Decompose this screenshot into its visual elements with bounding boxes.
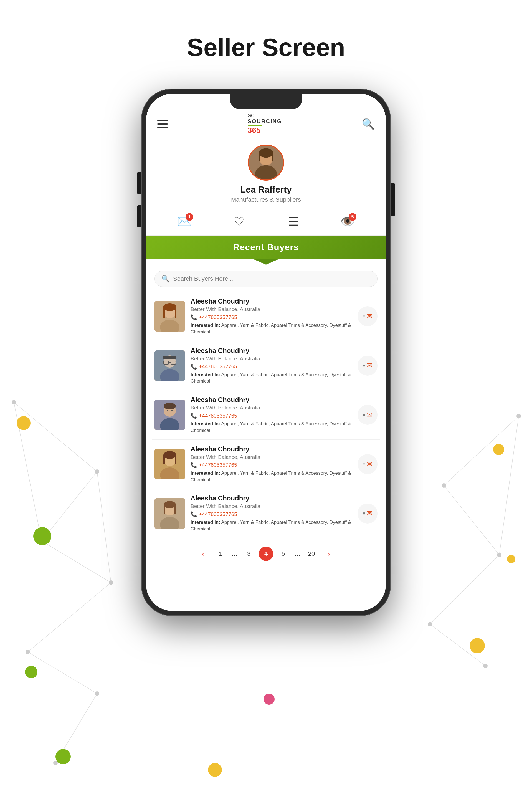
screen-content: GO SOURCING 365 🔍 [146,94,386,611]
message-button[interactable]: ≡ ✉ [358,454,378,474]
svg-line-0 [14,402,97,472]
profile-section: Lea Rafferty Manufactures & Suppliers [146,139,386,208]
buyer-name: Aleesha Choudhry [191,494,352,502]
svg-rect-62 [174,505,176,514]
recent-buyers-banner: Recent Buyers [146,235,386,259]
search-button[interactable]: 🔍 [362,118,375,130]
buyer-item: Aleesha Choudhry Better With Balance, Au… [152,341,380,391]
decorative-dot [25,666,37,678]
svg-line-8 [444,416,519,486]
decorative-dot [493,444,504,455]
svg-point-16 [109,581,113,585]
svg-rect-61 [164,505,165,514]
page-3-button[interactable]: 3 [242,547,256,561]
decorative-dot [208,763,222,777]
buyer-name: Aleesha Choudhry [191,396,352,404]
page-1-button[interactable]: 1 [213,547,228,561]
svg-point-18 [95,691,99,696]
heart-icon-button[interactable]: ♡ [228,213,250,230]
svg-line-1 [42,472,97,541]
buyer-name: Aleesha Choudhry [191,445,352,453]
message-button[interactable]: ≡ ✉ [358,356,378,376]
buyer-interests: Interested In: Apparel, Yarn & Fabric, A… [191,519,352,532]
view-badge: 5 [349,213,357,221]
svg-line-2 [42,541,111,583]
buyer-item: Aleesha Choudhry Better With Balance, Au… [152,489,380,538]
buyer-interests: Interested In: Apparel, Yarn & Fabric, A… [191,421,352,434]
svg-rect-41 [163,356,176,359]
svg-line-12 [499,416,519,555]
search-input[interactable] [173,275,370,282]
buyer-info: Aleesha Choudhry Better With Balance, Au… [191,396,352,434]
svg-point-48 [164,403,176,410]
list-icon-button[interactable]: ☰ [282,213,304,230]
svg-rect-31 [272,153,273,160]
svg-point-35 [163,303,176,311]
app-logo: GO SOURCING 365 [248,113,282,135]
menu-button[interactable] [157,120,168,128]
svg-point-29 [259,148,273,157]
message-button[interactable]: ≡ ✉ [358,503,378,524]
next-page-button[interactable]: › [322,547,336,561]
svg-point-21 [441,483,446,488]
notch [230,94,302,109]
buyer-company: Better With Balance, Australia [191,356,352,362]
decorative-dot [17,416,31,430]
svg-point-24 [483,664,488,668]
buyer-avatar [154,400,185,430]
page-20-button[interactable]: 20 [304,547,319,561]
decorative-dot [264,693,274,705]
pagination: ‹ 1 … 3 4 5 … 20 › [146,538,386,569]
volume-button [137,172,140,194]
svg-rect-55 [164,455,165,464]
buyer-company: Better With Balance, Australia [191,306,352,312]
buyer-avatar [154,350,185,381]
buyer-phone: 📞 +447805357765 [191,314,352,320]
buyer-info: Aleesha Choudhry Better With Balance, Au… [191,445,352,483]
svg-point-49 [167,410,168,412]
svg-point-22 [497,553,501,557]
buyer-company: Better With Balance, Australia [191,405,352,411]
buyer-company: Better With Balance, Australia [191,454,352,460]
recent-buyers-title: Recent Buyers [146,242,386,252]
buyer-phone: 📞 +447805357765 [191,511,352,517]
page-4-button[interactable]: 4 [259,547,273,561]
svg-line-10 [430,555,499,624]
mail-icon-button[interactable]: ✉️ 1 [173,213,195,230]
message-button[interactable]: ≡ ✉ [358,405,378,425]
decorative-dot [507,555,515,563]
view-icon-button[interactable]: 👁️ 5 [337,213,359,230]
svg-point-50 [171,410,173,412]
search-bar-icon: 🔍 [162,275,170,283]
svg-point-13 [12,400,16,404]
buyer-avatar [154,449,185,479]
ellipsis: … [293,550,302,557]
buyer-item: Aleesha Choudhry Better With Balance, Au… [152,440,380,489]
buyer-interests: Interested In: Apparel, Yarn & Fabric, A… [191,372,352,385]
heart-icon: ♡ [233,214,244,229]
svg-point-17 [25,650,30,654]
svg-rect-56 [175,455,176,464]
buyer-interests: Interested In: Apparel, Yarn & Fabric, A… [191,470,352,483]
buyer-avatar [154,498,185,529]
buyer-list: Aleesha Choudhry Better With Balance, Au… [146,292,386,538]
svg-line-3 [28,583,111,652]
prev-page-button[interactable]: ‹ [196,547,210,561]
buyer-phone: 📞 +447805357765 [191,363,352,370]
mail-badge: 1 [186,213,193,221]
decorative-dot [33,527,51,545]
list-icon: ☰ [288,214,299,229]
phone-body: GO SOURCING 365 🔍 [141,89,391,616]
buyer-phone: 📞 +447805357765 [191,462,352,468]
page-5-button[interactable]: 5 [276,547,290,561]
decorative-dot [56,749,71,764]
buyer-info: Aleesha Choudhry Better With Balance, Au… [191,494,352,532]
buyer-company: Better With Balance, Australia [191,503,352,509]
ellipsis: … [230,550,239,557]
search-bar[interactable]: 🔍 [154,271,378,287]
phone-screen: GO SOURCING 365 🔍 [146,94,386,611]
buyer-item: Aleesha Choudhry Better With Balance, Au… [152,391,380,440]
buyer-info: Aleesha Choudhry Better With Balance, Au… [191,347,352,385]
message-button[interactable]: ≡ ✉ [358,306,378,326]
logo-go: GO [248,113,254,118]
